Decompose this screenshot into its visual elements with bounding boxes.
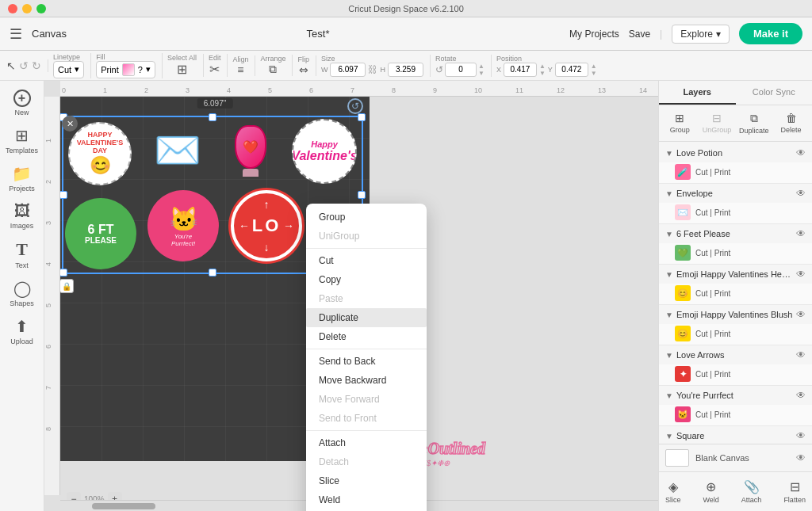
menu-move-forward-item[interactable]: Move Forward <box>306 390 427 409</box>
layer-emoji-happy-hea-eye[interactable]: 👁 <box>796 269 806 280</box>
y-input[interactable] <box>555 63 588 77</box>
sidebar-item-shapes[interactable]: ◯ Shapes <box>2 275 42 311</box>
edit-btn[interactable]: Edit ✂ <box>209 54 228 77</box>
layer-youre-purrfect-eye[interactable]: 👁 <box>796 390 806 401</box>
layer-6-feet-eye[interactable]: 👁 <box>796 228 806 239</box>
rotate-group: Rotate ↺ ▲ ▼ <box>435 55 492 77</box>
menu-detach-item[interactable]: Detach <box>306 452 427 471</box>
redo-icon[interactable]: ↻ <box>32 59 41 72</box>
sidebar-item-upload[interactable]: ⬆ Upload <box>2 313 42 349</box>
explore-btn[interactable]: Explore ▾ <box>672 25 730 44</box>
sidebar-projects-label: Projects <box>9 185 35 193</box>
flatten-btn[interactable]: ⊟ Flatten <box>780 477 809 506</box>
save-btn[interactable]: Save <box>629 29 650 40</box>
dimension-label: 6.097" <box>197 98 233 109</box>
panel-ungroup-btn[interactable]: ⊟ UnGroup <box>699 109 735 137</box>
make-it-btn[interactable]: Make it <box>739 23 802 44</box>
sidebar-item-text[interactable]: T Text <box>2 235 42 273</box>
tab-color-sync[interactable]: Color Sync <box>736 81 813 105</box>
traffic-light-yellow[interactable] <box>22 4 32 13</box>
menu-send-to-back-item[interactable]: Send to Back <box>306 352 427 371</box>
hamburger-btn[interactable]: ☰ <box>10 25 22 43</box>
weld-btn[interactable]: ⊕ Weld <box>700 477 722 506</box>
menu-send-to-front-item[interactable]: Send to Front <box>306 409 427 428</box>
menu-cut-item[interactable]: Cut <box>306 251 427 270</box>
undo-icon[interactable]: ↺ <box>19 59 29 72</box>
valentine-circle-sticker: HappyValentine's <box>292 119 357 184</box>
layer-envelope-eye[interactable]: 👁 <box>796 188 806 199</box>
fill-select[interactable]: Print ? ▾ <box>96 61 155 78</box>
height-input[interactable] <box>388 63 423 77</box>
pointer-icon[interactable]: ↖ <box>6 59 16 72</box>
slice-btn[interactable]: ◈ Slice <box>662 477 684 506</box>
position-group: Position X ▲ ▼ Y ▲ ▼ <box>496 55 597 77</box>
arrange-btn[interactable]: Arrange ⧉ <box>260 55 293 76</box>
menu-delete-item[interactable]: Delete <box>306 327 427 346</box>
app-title: Cricut Design Space v6.2.100 <box>348 4 464 13</box>
layer-envelope-header[interactable]: ▼ Envelope 👁 <box>659 184 812 203</box>
chevron-down-icon: ▾ <box>716 29 721 40</box>
rotate-input[interactable] <box>445 63 477 77</box>
love-potion-sticker: ❤️ <box>219 119 282 182</box>
layer-love-arrows-header[interactable]: ▼ Love Arrows 👁 <box>659 345 812 364</box>
sidebar-images-label: Images <box>10 222 34 230</box>
layer-love-arrows-eye[interactable]: 👁 <box>796 349 806 360</box>
menu-group-item[interactable]: Group <box>306 208 427 227</box>
sidebar-upload-label: Upload <box>10 337 33 345</box>
context-menu: Group UniGroup Cut Copy Paste Duplicate … <box>306 204 427 511</box>
traffic-light-green[interactable] <box>36 4 46 13</box>
layer-square-header[interactable]: ▼ Square 👁 <box>659 426 812 444</box>
panel-delete-btn[interactable]: 🗑 Delete <box>773 109 809 137</box>
chain-icon[interactable]: ⛓ <box>368 64 377 75</box>
sidebar-item-new[interactable]: + New <box>2 86 42 120</box>
width-input[interactable] <box>330 63 366 77</box>
traffic-light-red[interactable] <box>8 4 17 13</box>
canvas-label: Canvas <box>32 28 67 40</box>
layer-emoji-blush: ▼ Emoji Happy Valentines Blush 👁 😊 Cut |… <box>659 305 812 345</box>
menu-paste-item[interactable]: Paste <box>306 289 427 308</box>
sidebar-item-templates[interactable]: ⊞ Templates <box>2 122 42 158</box>
menu-weld-item[interactable]: Weld <box>306 490 427 509</box>
menu-copy-item[interactable]: Copy <box>306 270 427 289</box>
six-feet-sticker: 6 FT PLEASE <box>65 198 136 269</box>
layer-emoji-blush-eye[interactable]: 👁 <box>796 309 806 320</box>
layer-love-potion-eye[interactable]: 👁 <box>796 147 806 158</box>
layer-emoji-happy-hea: ▼ Emoji Happy Valentines Hea... 👁 😊 Cut … <box>659 265 812 305</box>
layer-envelope: ▼ Envelope 👁 ✉️ Cut | Print <box>659 184 812 224</box>
layer-6-feet-header[interactable]: ▼ 6 Feet Please 👁 <box>659 224 812 243</box>
layer-youre-purrfect-header[interactable]: ▼ You're Purrfect 👁 <box>659 386 812 405</box>
layer-emoji-blush-header[interactable]: ▼ Emoji Happy Valentines Blush 👁 <box>659 305 812 324</box>
menu-ungroup-item[interactable]: UniGroup <box>306 227 427 246</box>
my-projects-btn[interactable]: My Projects <box>569 29 619 40</box>
emoji-happy-sticker: HAPPYVALENTINE'SDAY 😊 <box>68 122 132 185</box>
menu-move-backward-item[interactable]: Move Backward <box>306 371 427 390</box>
x-input[interactable] <box>504 63 537 77</box>
layer-square: ▼ Square 👁 ■ Cut <box>659 426 812 444</box>
sidebar-item-projects[interactable]: 📁 Projects <box>2 160 42 196</box>
sidebar-templates-label: Templates <box>6 147 38 154</box>
project-name: Test* <box>307 28 330 40</box>
align-btn[interactable]: Align ≡ <box>232 55 255 76</box>
rotate-handle[interactable]: ↺ <box>347 98 363 114</box>
flip-btn[interactable]: Flip ⇔ <box>297 55 316 76</box>
tab-layers[interactable]: Layers <box>659 81 736 105</box>
layer-love-potion-header[interactable]: ▼ Love Potion 👁 <box>659 143 812 162</box>
panel-duplicate-btn[interactable]: ⧉ Duplicate <box>737 109 772 137</box>
blank-canvas-item[interactable]: Blank Canvas 👁 <box>659 444 812 471</box>
panel-group-btn[interactable]: ⊞ Group <box>662 109 698 137</box>
menu-slice-item[interactable]: Slice <box>306 471 427 490</box>
close-canvas-btn[interactable]: ✕ <box>62 116 78 132</box>
select-all-btn[interactable]: Select All ⊞ <box>167 54 204 77</box>
sidebar-new-label: New <box>14 109 29 116</box>
layer-square-eye[interactable]: 👁 <box>796 430 806 441</box>
layer-6-feet: ▼ 6 Feet Please 👁 💚 Cut | Print <box>659 224 812 265</box>
fill-group: Fill Print ? ▾ <box>96 53 163 78</box>
menu-attach-item[interactable]: Attach <box>306 433 427 452</box>
size-group: Size W ⛓ H <box>321 55 431 77</box>
linetype-select[interactable]: Cut ▾ <box>53 61 84 78</box>
sidebar-item-images[interactable]: 🖼 Images <box>2 198 42 234</box>
menu-duplicate-item[interactable]: Duplicate <box>306 308 427 327</box>
linetype-group: Linetype Cut ▾ <box>53 53 91 78</box>
layer-emoji-happy-hea-header[interactable]: ▼ Emoji Happy Valentines Hea... 👁 <box>659 265 812 284</box>
attach-btn[interactable]: 📎 Attach <box>738 477 765 506</box>
